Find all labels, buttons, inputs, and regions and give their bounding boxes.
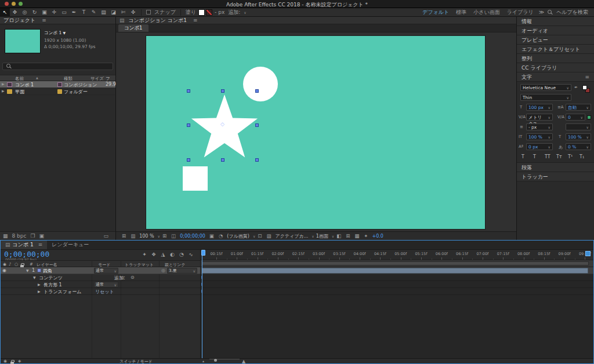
panel-header[interactable]: エフェクト＆プリセット [517, 45, 594, 54]
project-row[interactable]: ▶平面フォルダー [0, 88, 115, 95]
exposure-value[interactable]: +0.0 [372, 234, 383, 239]
group-expand-icon[interactable]: ▶ [38, 289, 41, 293]
selection-tool-icon[interactable]: ↖ [0, 8, 10, 17]
square-shape[interactable] [183, 166, 208, 191]
character-panel-header[interactable]: 文字 ≡ [517, 72, 594, 82]
rotation-tool-icon[interactable]: ↻ [30, 8, 39, 17]
kerning-select[interactable]: メトリクス ∨ [526, 114, 553, 121]
selection-handle[interactable] [187, 123, 190, 127]
selection-handle[interactable] [221, 89, 224, 93]
layer-row[interactable]: ◉▼1四角通常∨◎3.星∨ [1, 267, 200, 274]
visibility-toggle[interactable]: ◉ [2, 268, 6, 273]
timeline-end-marker[interactable] [585, 251, 591, 256]
workspace-tab[interactable]: ライブラリ [507, 9, 534, 16]
work-area-bar[interactable] [201, 260, 593, 267]
property-row[interactable]: ▼コンテンツ追加:⊙ [1, 274, 200, 281]
timeline-button-icon[interactable]: ▦ [354, 233, 359, 239]
panel-header[interactable]: プレビュー [517, 35, 594, 45]
panel-menu-icon[interactable]: ≡ [193, 17, 198, 23]
workspace-tab[interactable]: 標準 [456, 9, 466, 16]
shape-tool-icon[interactable]: ▭ [59, 8, 69, 17]
hand-tool-icon[interactable]: ✥ [10, 8, 20, 17]
add-property-label[interactable]: 追加: [114, 275, 125, 281]
stroke-color-swatch[interactable] [206, 9, 212, 16]
layer-color-chip[interactable] [37, 268, 41, 272]
font-size-select[interactable]: 100 px ∨ [526, 104, 553, 111]
font-family-select[interactable]: Helvetica Neue ∨ [520, 84, 571, 91]
property-row[interactable]: ▶トランスフォームリセット [1, 288, 200, 295]
zoom-out-mountain-icon[interactable]: ▴ [202, 359, 204, 363]
timeline-zoom-handle[interactable] [214, 359, 217, 362]
workspace-tab[interactable]: デフォルト [422, 9, 449, 16]
panel-header[interactable]: トラッカー [517, 172, 594, 181]
text-color-swatch[interactable] [582, 85, 591, 93]
graph-editor-icon[interactable]: ∿ [186, 252, 195, 257]
transfer-controls-icon[interactable]: ◈ [18, 359, 21, 363]
region-of-interest-icon[interactable]: ⊡ [258, 233, 262, 239]
main-viewer-icon[interactable]: ▥ [131, 233, 135, 239]
stroke-style-select[interactable]: ∨ [566, 123, 591, 130]
selection-handle[interactable] [187, 89, 190, 93]
tracking-select[interactable]: 0 ∨ [566, 114, 585, 121]
time-ruler[interactable]: 00:15f01:00f01:15f02:00f02:15f03:00f03:1… [201, 250, 593, 260]
property-row[interactable]: ▶長方形 1通常∨ [1, 281, 200, 288]
horizontal-scale-select[interactable]: 100 % ∨ [566, 133, 591, 140]
fill-color-box[interactable] [582, 85, 587, 90]
project-column-header[interactable]: 名前 ▲ 種類 サイズ フレ... [0, 75, 115, 81]
project-item-name[interactable]: コンポ 1 ▼ [44, 30, 66, 36]
motion-blur-icon[interactable]: ◔ [177, 252, 186, 257]
current-time-indicator[interactable] [202, 250, 202, 358]
faux-style-button[interactable]: T¹ [568, 154, 573, 159]
zoom-tool-icon[interactable]: ◎ [20, 8, 30, 17]
panel-header[interactable]: 段落 [517, 163, 594, 172]
faux-style-button[interactable]: Tт [556, 154, 562, 159]
leading-select[interactable]: 自動 ∨ [566, 104, 591, 111]
switches-modes-toggle[interactable]: スイッチ / モード [119, 359, 153, 364]
frame-blending-icon[interactable]: ◐ [168, 252, 177, 257]
delete-icon[interactable]: ▭ [103, 233, 108, 239]
shy-layers-icon[interactable]: ◮ [158, 252, 168, 257]
zoom-in-mountain-icon[interactable]: ▲ [242, 359, 245, 364]
composition-viewport[interactable]: ◇ [116, 32, 516, 231]
panel-menu-icon[interactable]: ≡ [585, 72, 589, 81]
faux-style-button[interactable]: T [521, 154, 524, 159]
clone-stamp-tool-icon[interactable]: ▤ [99, 8, 108, 17]
transparency-grid-icon[interactable]: ▨ [266, 233, 271, 239]
track-row[interactable] [201, 274, 593, 281]
fill-color-swatch[interactable] [198, 9, 205, 16]
selection-handle[interactable] [255, 123, 259, 127]
layer-name[interactable]: 四角 [43, 268, 52, 274]
eye-icon[interactable]: ◉ [3, 359, 7, 363]
panel-header[interactable]: 情報 [517, 17, 594, 26]
interpret-footage-icon[interactable]: ▦ [3, 233, 8, 239]
faux-style-button[interactable]: T₁ [579, 154, 584, 159]
project-search-input[interactable] [2, 63, 113, 70]
stroke-width-select[interactable]: - px ∨ [526, 123, 553, 130]
tsume-select[interactable]: 0 % ∨ [566, 143, 591, 150]
viewer-tab-comp1[interactable]: コンポ1 [118, 24, 148, 32]
layer-expand-icon[interactable]: ▼ [26, 268, 29, 272]
project-row[interactable]: ▶コンポ 1コンポジション29.97 [0, 81, 115, 88]
star-shape[interactable] [187, 91, 262, 161]
composition-panel-header[interactable]: ▤ コンポジション コンポ1 ≡ [116, 17, 516, 24]
font-style-select[interactable]: Thin ∨ [520, 94, 571, 101]
camera-tool-icon[interactable]: ▣ [39, 8, 49, 17]
project-panel-header[interactable]: プロジェクト ≡ [0, 17, 115, 24]
brush-tool-icon[interactable]: ✎ [89, 8, 99, 17]
workspace-overflow-icon[interactable]: ≫ [539, 9, 544, 15]
add-property-icon[interactable]: ⊙ [131, 275, 135, 280]
show-snapshot-icon[interactable]: ◔ [219, 233, 223, 239]
magnification-menu[interactable]: 100 % [139, 234, 154, 239]
workspace-tab[interactable]: 小さい画面 [473, 9, 499, 16]
parent-select[interactable]: 3.星∨ [167, 268, 197, 274]
faux-style-button[interactable]: TT [545, 154, 550, 159]
panel-header[interactable]: オーディオ [517, 26, 594, 35]
grid-guides-icon[interactable]: ⊞ [162, 233, 166, 239]
row-expand-icon[interactable]: ▶ [2, 82, 5, 86]
panel-menu-icon[interactable]: ≡ [42, 17, 46, 23]
panel-header[interactable]: 整列 [517, 54, 594, 63]
eyedropper-icon[interactable]: ✒ [574, 85, 578, 90]
snap-checkbox[interactable] [146, 10, 151, 14]
resolution-menu[interactable]: (フル画質) [227, 233, 249, 239]
panel-menu-icon[interactable]: ≡ [38, 242, 43, 247]
